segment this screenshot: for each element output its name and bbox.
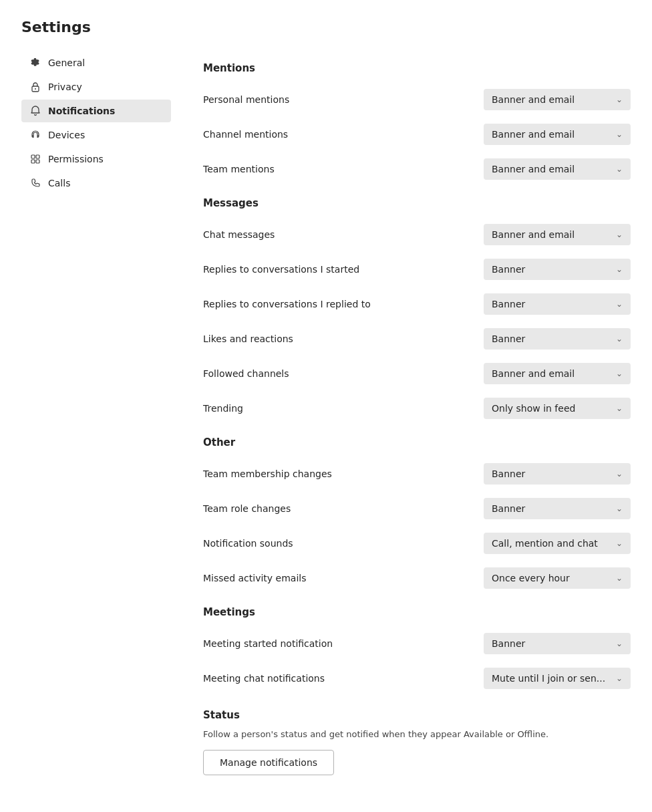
settings-page: Settings General: [0, 0, 652, 812]
sidebar-item-calls-label: Calls: [48, 178, 70, 188]
mentions-section-title: Mentions: [203, 62, 631, 74]
chevron-down-icon: ⌄: [616, 230, 623, 239]
status-section: Status Follow a person's status and get …: [203, 709, 631, 775]
chevron-down-icon: ⌄: [616, 674, 623, 683]
trending-value: Only show in feed: [492, 403, 575, 414]
chevron-down-icon: ⌄: [616, 504, 623, 513]
personal-mentions-select[interactable]: Banner and email ⌄: [484, 89, 631, 110]
page-title: Settings: [21, 19, 631, 35]
notification-sounds-row: Notification sounds Call, mention and ch…: [203, 526, 631, 561]
channel-mentions-label: Channel mentions: [203, 129, 288, 140]
sidebar-item-privacy-label: Privacy: [48, 82, 82, 92]
notification-sounds-value: Call, mention and chat: [492, 538, 598, 549]
bell-icon: [29, 105, 41, 117]
messages-section: Messages Chat messages Banner and email …: [203, 197, 631, 426]
sidebar-item-calls[interactable]: Calls: [21, 172, 171, 194]
replies-started-row: Replies to conversations I started Banne…: [203, 252, 631, 287]
replies-started-value: Banner: [492, 264, 525, 275]
team-role-value: Banner: [492, 503, 525, 514]
meeting-started-label: Meeting started notification: [203, 638, 333, 649]
svg-rect-4: [31, 155, 35, 158]
channel-mentions-select[interactable]: Banner and email ⌄: [484, 124, 631, 145]
status-section-title: Status: [203, 709, 631, 721]
trending-label: Trending: [203, 403, 243, 414]
team-role-select[interactable]: Banner ⌄: [484, 498, 631, 519]
team-mentions-value: Banner and email: [492, 164, 575, 174]
followed-channels-value: Banner and email: [492, 368, 575, 379]
missed-activity-value: Once every hour: [492, 573, 570, 583]
svg-rect-7: [36, 160, 39, 163]
svg-rect-3: [37, 135, 39, 137]
replies-replied-select[interactable]: Banner ⌄: [484, 293, 631, 315]
sidebar-item-permissions[interactable]: Permissions: [21, 148, 171, 170]
chevron-down-icon: ⌄: [616, 639, 623, 648]
meeting-chat-select[interactable]: Mute until I join or sen... ⌄: [484, 668, 631, 689]
team-mentions-select[interactable]: Banner and email ⌄: [484, 158, 631, 180]
other-section-title: Other: [203, 436, 631, 448]
personal-mentions-row: Personal mentions Banner and email ⌄: [203, 82, 631, 117]
svg-rect-2: [32, 135, 33, 137]
phone-icon: [29, 177, 41, 189]
followed-channels-label: Followed channels: [203, 368, 289, 379]
grid-icon: [29, 153, 41, 165]
channel-mentions-value: Banner and email: [492, 129, 575, 140]
chevron-down-icon: ⌄: [616, 469, 623, 479]
sidebar-item-permissions-label: Permissions: [48, 154, 104, 164]
sidebar-item-notifications[interactable]: Notifications: [21, 100, 171, 122]
messages-section-title: Messages: [203, 197, 631, 209]
chat-messages-row: Chat messages Banner and email ⌄: [203, 217, 631, 252]
likes-reactions-select[interactable]: Banner ⌄: [484, 328, 631, 350]
sidebar-item-devices[interactable]: Devices: [21, 124, 171, 146]
notification-sounds-select[interactable]: Call, mention and chat ⌄: [484, 533, 631, 554]
team-mentions-label: Team mentions: [203, 164, 275, 174]
channel-mentions-row: Channel mentions Banner and email ⌄: [203, 117, 631, 152]
meeting-started-select[interactable]: Banner ⌄: [484, 633, 631, 654]
replies-started-label: Replies to conversations I started: [203, 264, 359, 275]
sidebar-item-notifications-label: Notifications: [48, 106, 115, 116]
chevron-down-icon: ⌄: [616, 164, 623, 174]
chevron-down-icon: ⌄: [616, 130, 623, 139]
missed-activity-select[interactable]: Once every hour ⌄: [484, 567, 631, 589]
svg-point-1: [35, 88, 36, 90]
other-section: Other Team membership changes Banner ⌄ T…: [203, 436, 631, 595]
chat-messages-label: Chat messages: [203, 229, 275, 240]
missed-activity-label: Missed activity emails: [203, 573, 306, 583]
trending-row: Trending Only show in feed ⌄: [203, 391, 631, 426]
sidebar-item-privacy[interactable]: Privacy: [21, 76, 171, 98]
chevron-down-icon: ⌄: [616, 539, 623, 548]
meeting-started-row: Meeting started notification Banner ⌄: [203, 626, 631, 661]
sidebar: General Privacy: [21, 51, 182, 781]
team-membership-label: Team membership changes: [203, 468, 332, 479]
chevron-down-icon: ⌄: [616, 299, 623, 309]
followed-channels-row: Followed channels Banner and email ⌄: [203, 356, 631, 391]
personal-mentions-label: Personal mentions: [203, 94, 289, 105]
replies-started-select[interactable]: Banner ⌄: [484, 259, 631, 280]
status-description: Follow a person's status and get notifie…: [203, 729, 631, 739]
layout: General Privacy: [21, 51, 631, 781]
personal-mentions-value: Banner and email: [492, 94, 575, 105]
manage-notifications-button[interactable]: Manage notifications: [203, 750, 334, 775]
mentions-section: Mentions Personal mentions Banner and em…: [203, 62, 631, 186]
chevron-down-icon: ⌄: [616, 573, 623, 583]
chevron-down-icon: ⌄: [616, 95, 623, 104]
team-membership-select[interactable]: Banner ⌄: [484, 463, 631, 485]
sidebar-item-devices-label: Devices: [48, 130, 85, 140]
headset-icon: [29, 129, 41, 141]
team-membership-row: Team membership changes Banner ⌄: [203, 456, 631, 491]
followed-channels-select[interactable]: Banner and email ⌄: [484, 363, 631, 384]
team-mentions-row: Team mentions Banner and email ⌄: [203, 152, 631, 186]
chat-messages-select[interactable]: Banner and email ⌄: [484, 224, 631, 245]
sidebar-item-general[interactable]: General: [21, 51, 171, 74]
main-content: Mentions Personal mentions Banner and em…: [182, 51, 631, 781]
chat-messages-value: Banner and email: [492, 229, 575, 240]
svg-rect-6: [31, 160, 35, 163]
meetings-section-title: Meetings: [203, 606, 631, 618]
trending-select[interactable]: Only show in feed ⌄: [484, 398, 631, 419]
meeting-started-value: Banner: [492, 638, 525, 649]
replies-replied-label: Replies to conversations I replied to: [203, 299, 371, 309]
meeting-chat-row: Meeting chat notifications Mute until I …: [203, 661, 631, 696]
likes-reactions-label: Likes and reactions: [203, 333, 293, 344]
chevron-down-icon: ⌄: [616, 404, 623, 413]
meetings-section: Meetings Meeting started notification Ba…: [203, 606, 631, 696]
gear-icon: [29, 57, 41, 69]
